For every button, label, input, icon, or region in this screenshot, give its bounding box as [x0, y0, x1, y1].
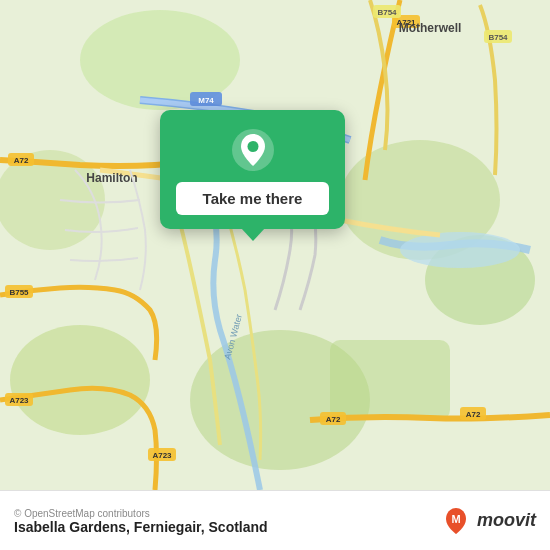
footer-info: © OpenStreetMap contributors Isabella Ga…: [14, 506, 268, 535]
svg-point-33: [247, 141, 258, 152]
osm-attribution: © OpenStreetMap contributors: [14, 508, 268, 519]
moovit-logo: M moovit: [441, 506, 536, 536]
svg-point-8: [400, 232, 520, 268]
svg-text:B754: B754: [377, 8, 397, 17]
map-background: M74 A72 A72 A72 A721 B754 B754 B755 A723…: [0, 0, 550, 490]
svg-text:Motherwell: Motherwell: [399, 21, 462, 35]
svg-text:A723: A723: [152, 451, 172, 460]
svg-text:M74: M74: [198, 96, 214, 105]
svg-rect-7: [330, 340, 450, 420]
footer: © OpenStreetMap contributors Isabella Ga…: [0, 490, 550, 550]
location-pin-icon: [231, 128, 275, 172]
svg-text:B755: B755: [9, 288, 29, 297]
take-me-there-button[interactable]: Take me there: [176, 182, 329, 215]
moovit-label: moovit: [477, 510, 536, 531]
svg-text:B754: B754: [488, 33, 508, 42]
popup-card: Take me there: [160, 110, 345, 229]
svg-text:A723: A723: [9, 396, 29, 405]
svg-text:A72: A72: [466, 410, 481, 419]
svg-text:A72: A72: [14, 156, 29, 165]
location-name: Isabella Gardens, Ferniegair, Scotland: [14, 519, 268, 535]
svg-text:M: M: [451, 513, 460, 525]
moovit-icon: M: [441, 506, 471, 536]
svg-point-3: [10, 325, 150, 435]
svg-text:A72: A72: [326, 415, 341, 424]
map-container: M74 A72 A72 A72 A721 B754 B754 B755 A723…: [0, 0, 550, 490]
